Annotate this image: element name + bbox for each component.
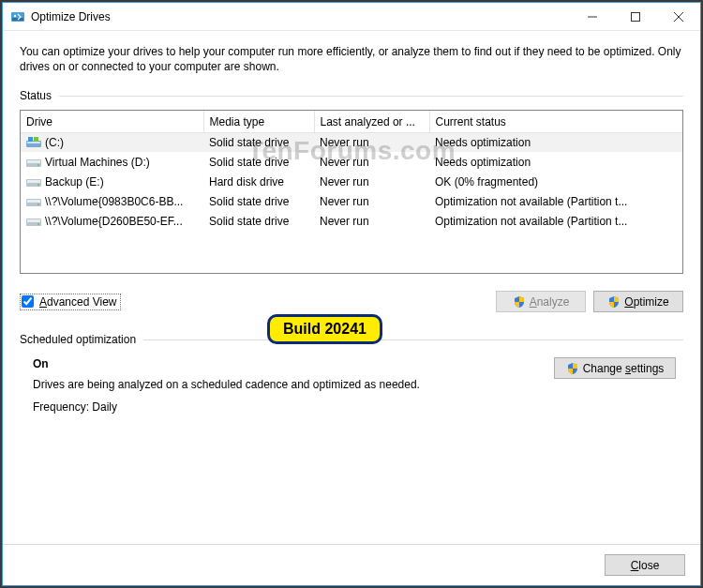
current-status: Needs optimization [429, 152, 682, 172]
status-label: Status [20, 89, 52, 102]
svg-rect-8 [27, 142, 40, 143]
sched-label: Scheduled optimization [20, 333, 136, 346]
divider [143, 339, 683, 340]
drive-name: \\?\Volume{D260BE50-EF... [45, 215, 183, 228]
table-row[interactable]: Backup (E:)Hard disk driveNever runOK (0… [21, 172, 682, 191]
svg-rect-9 [28, 137, 33, 142]
current-status: Optimization not available (Partition t.… [429, 191, 682, 211]
drive-name: (C:) [45, 136, 64, 149]
intro-text: You can optimize your drives to help you… [20, 44, 683, 74]
svg-rect-12 [27, 160, 40, 163]
current-status: OK (0% fragmented) [429, 172, 682, 191]
drive-icon [26, 196, 41, 207]
sched-freq: Frequency: Daily [33, 400, 554, 414]
col-media[interactable]: Media type [203, 111, 314, 132]
media-type: Solid state drive [203, 191, 314, 211]
last-analyzed: Never run [314, 211, 429, 231]
drive-icon [26, 157, 41, 168]
media-type: Hard disk drive [203, 172, 314, 191]
app-icon [10, 9, 25, 24]
svg-rect-10 [34, 137, 38, 142]
sched-state: On [33, 357, 554, 370]
shield-icon [607, 295, 621, 309]
media-type: Solid state drive [203, 211, 314, 231]
drive-name: Backup (E:) [45, 175, 104, 188]
minimize-button[interactable] [571, 3, 614, 30]
table-row[interactable]: Virtual Machines (D:)Solid state driveNe… [21, 152, 682, 172]
table-row[interactable]: \\?\Volume{D260BE50-EF...Solid state dri… [21, 211, 682, 231]
media-type: Solid state drive [203, 152, 314, 172]
analyze-button[interactable]: Analyze [496, 291, 586, 312]
svg-point-13 [37, 164, 39, 166]
svg-rect-21 [27, 219, 40, 222]
close-dialog-button[interactable]: Close [605, 554, 685, 576]
svg-rect-15 [27, 180, 40, 183]
optimize-drives-window: Optimize Drives TenForums.com You can op… [2, 2, 701, 586]
last-analyzed: Never run [314, 191, 429, 211]
shield-icon [566, 362, 579, 375]
col-status[interactable]: Current status [429, 111, 682, 132]
svg-rect-4 [632, 12, 640, 21]
last-analyzed: Never run [314, 172, 429, 191]
change-settings-button[interactable]: Change settings [554, 357, 676, 379]
current-status: Needs optimization [429, 132, 682, 152]
col-drive[interactable]: Drive [21, 111, 203, 132]
optimize-button[interactable]: Optimize [593, 291, 683, 312]
advanced-view-checkbox[interactable]: Advanced View [20, 294, 121, 310]
svg-point-16 [37, 184, 39, 186]
shield-icon [513, 295, 526, 309]
maximize-button[interactable] [614, 3, 657, 30]
table-row[interactable]: (C:)Solid state driveNever runNeeds opti… [21, 132, 682, 152]
svg-point-2 [14, 14, 16, 16]
col-last[interactable]: Last analyzed or ... [314, 111, 429, 132]
drive-icon [26, 137, 41, 148]
table-row[interactable]: \\?\Volume{0983B0C6-BB...Solid state dri… [21, 191, 682, 211]
current-status: Optimization not available (Partition t.… [429, 211, 682, 231]
svg-point-22 [37, 223, 39, 225]
svg-point-19 [37, 204, 39, 205]
dialog-content: TenForums.com You can optimize your driv… [3, 31, 700, 544]
drive-icon [26, 216, 41, 227]
drives-table[interactable]: Drive Media type Last analyzed or ... Cu… [20, 110, 683, 274]
titlebar[interactable]: Optimize Drives [3, 3, 700, 31]
last-analyzed: Never run [314, 132, 429, 152]
close-button[interactable] [657, 3, 700, 30]
sched-desc: Drives are being analyzed on a scheduled… [33, 378, 554, 391]
svg-rect-18 [27, 200, 40, 203]
advanced-view-label: Advanced View [39, 295, 117, 309]
divider [59, 96, 683, 97]
drive-name: Virtual Machines (D:) [45, 156, 150, 169]
drive-name: \\?\Volume{0983B0C6-BB... [45, 195, 183, 208]
drive-icon [26, 176, 41, 188]
window-title: Optimize Drives [31, 10, 571, 23]
status-section-label: Status [20, 89, 683, 102]
advanced-view-input[interactable] [22, 295, 34, 308]
table-header-row[interactable]: Drive Media type Last analyzed or ... Cu… [21, 111, 682, 132]
media-type: Solid state drive [203, 132, 314, 152]
last-analyzed: Never run [314, 152, 429, 172]
build-badge: Build 20241 [267, 314, 382, 344]
dialog-footer: Close [3, 544, 700, 585]
